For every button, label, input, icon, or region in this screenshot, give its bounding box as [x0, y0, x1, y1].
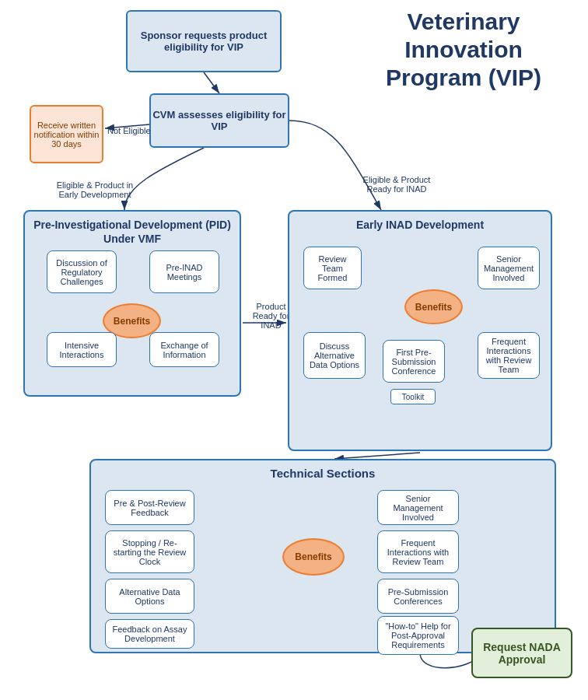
tech-title: Technical Sections	[91, 460, 555, 483]
nada-box-text: Request NADA Approval	[473, 641, 571, 666]
tech-how-to-box: "How-to" Help for Post-Approval Requirem…	[377, 616, 459, 655]
tech-senior-mgmt-box: Senior Management Involved	[377, 490, 459, 525]
tech-pre-sub-conf-box: Pre-Submission Conferences	[377, 579, 459, 614]
not-eligible-text: Receive written notification within 30 d…	[31, 121, 102, 149]
inad-senior-mgmt-box: Senior Management Involved	[478, 247, 540, 289]
pid-discussion-box: Discussion of Regulatory Challenges	[47, 250, 117, 293]
tech-box: Technical Sections Pre & Post-Review Fee…	[89, 459, 556, 653]
tech-alt-data-box: Alternative Data Options	[105, 579, 194, 614]
eligible-inad-label: Eligible & ProductReady for INAD	[342, 175, 451, 194]
inad-frequent-box: Frequent Interactions with Review Team	[478, 332, 540, 379]
inad-review-team-box: Review Team Formed	[303, 247, 362, 289]
tech-stopping-box: Stopping / Re-starting the Review Clock	[105, 530, 194, 573]
pid-title: Pre-Investigational Development (PID) Un…	[25, 212, 240, 249]
svg-line-23	[334, 453, 420, 459]
inad-first-pre-sub-box: First Pre-Submission Conference	[383, 340, 445, 383]
tech-pre-post-review-box: Pre & Post-Review Feedback	[105, 490, 194, 525]
cvm-box: CVM assesses eligibility for VIP	[149, 93, 289, 148]
vip-title-text: Veterinary Innovation Program (VIP)	[386, 9, 541, 90]
tech-frequent-box: Frequent Interactions with Review Team	[377, 530, 459, 573]
inad-benefits-oval: Benefits	[404, 289, 463, 324]
diagram-container: Sponsor requests product eligibility for…	[0, 0, 588, 700]
inad-box: Early INAD Development Review Team Forme…	[288, 210, 552, 451]
pid-pre-inad-box: Pre-INAD Meetings	[149, 250, 219, 293]
inad-toolkit-box: Toolkit	[390, 389, 436, 404]
not-eligible-label: Not Eligible	[107, 126, 151, 135]
cvm-box-text: CVM assesses eligibility for VIP	[151, 109, 288, 132]
svg-line-2	[204, 72, 219, 93]
tech-benefits-oval: Benefits	[282, 538, 345, 576]
inad-title: Early INAD Development	[289, 212, 551, 235]
tech-feedback-assay-box: Feedback on Assay Development	[105, 619, 194, 649]
nada-box: Request NADA Approval	[471, 628, 572, 678]
vip-title: Veterinary Innovation Program (VIP)	[355, 8, 572, 92]
pid-box: Pre-Investigational Development (PID) Un…	[23, 210, 241, 397]
eligible-early-label: Eligible & Product inEarly Development	[48, 180, 142, 199]
inad-discuss-alt-box: Discuss Alternative Data Options	[303, 332, 366, 379]
not-eligible-box: Receive written notification within 30 d…	[30, 105, 103, 163]
sponsor-box-text: Sponsor requests product eligibility for…	[128, 30, 280, 53]
pid-intensive-box: Intensive Interactions	[47, 332, 117, 367]
sponsor-box: Sponsor requests product eligibility for…	[126, 10, 282, 72]
pid-exchange-box: Exchange of Information	[149, 332, 219, 367]
